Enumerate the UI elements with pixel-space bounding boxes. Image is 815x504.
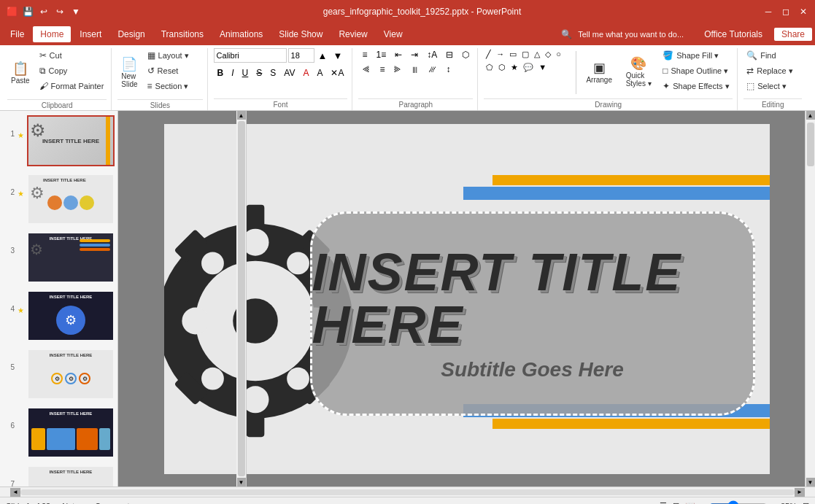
- scroll-bottom-button[interactable]: ▼: [806, 478, 815, 486]
- shape-effects-button[interactable]: ✦ Shape Effects ▾: [660, 79, 733, 93]
- bottom-scroll-track[interactable]: [20, 489, 795, 495]
- zoom-level-label[interactable]: 85%: [781, 502, 797, 505]
- slide-thumb-6[interactable]: 6 ★ INSERT TITLE HERE: [3, 406, 115, 460]
- align-text-button[interactable]: ⊟: [442, 48, 457, 61]
- close-icon[interactable]: ✕: [797, 6, 809, 18]
- bottom-scroll[interactable]: ◄ ►: [0, 486, 815, 497]
- reading-view-icon[interactable]: 📖: [685, 501, 695, 504]
- clear-format-button[interactable]: ✕A: [327, 66, 347, 80]
- shape-arrow[interactable]: →: [494, 48, 506, 61]
- font-color-button[interactable]: A: [299, 66, 312, 80]
- save-icon[interactable]: 💾: [22, 6, 34, 18]
- scroll-thumb[interactable]: [807, 123, 814, 166]
- quick-styles-button[interactable]: 🎨 QuickStyles ▾: [620, 48, 657, 96]
- tell-me-search[interactable]: Tell me what you want to do...: [578, 30, 684, 39]
- shape-fill-button[interactable]: 🪣 Shape Fill ▾: [660, 48, 733, 63]
- slide-thumb-7[interactable]: 7 ★ INSERT TITLE HERE: [3, 464, 115, 486]
- undo-icon[interactable]: ↩: [38, 6, 50, 18]
- format-painter-button[interactable]: 🖌 Format Painter: [36, 79, 107, 93]
- outline-view-icon[interactable]: ☰: [660, 501, 667, 504]
- menu-insert[interactable]: Insert: [72, 26, 109, 42]
- section-button[interactable]: ≡ Section ▾: [144, 79, 203, 93]
- layout-button[interactable]: ▦ Layout ▾: [144, 48, 203, 63]
- cut-button[interactable]: ✂ Cut: [36, 48, 107, 63]
- slide-sorter-icon[interactable]: ⊞: [673, 501, 679, 504]
- menu-animations[interactable]: Animations: [212, 26, 270, 42]
- strikethrough-button[interactable]: S: [252, 66, 266, 80]
- zoom-range-input[interactable]: [709, 500, 768, 505]
- shadow-button[interactable]: S: [266, 66, 279, 80]
- slide-thumb-3[interactable]: 3 ★ INSERT TITLE HERE ⚙: [3, 230, 115, 284]
- menu-slideshow[interactable]: Slide Show: [271, 26, 330, 42]
- notes-button[interactable]: Notes: [62, 502, 83, 505]
- menu-view[interactable]: View: [376, 26, 410, 42]
- shape-rounded-rect[interactable]: ▢: [519, 48, 531, 61]
- italic-button[interactable]: I: [228, 66, 237, 80]
- select-button[interactable]: ⬚ Select ▾: [743, 79, 802, 93]
- shape-outline-button[interactable]: □ Shape Outline ▾: [660, 63, 733, 78]
- slide-thumb-4[interactable]: 4 ★ INSERT TITLE HERE ⚙: [3, 289, 115, 343]
- center-button[interactable]: ≡: [376, 63, 388, 76]
- menu-design[interactable]: Design: [110, 26, 152, 42]
- scroll-up-button[interactable]: ▲: [237, 111, 246, 120]
- comments-button[interactable]: Comments: [95, 502, 134, 505]
- slide-image-6[interactable]: INSERT TITLE HERE: [27, 407, 115, 458]
- scroll-top-button[interactable]: ▲: [806, 111, 815, 120]
- shape-star[interactable]: ★: [509, 61, 520, 74]
- justify-button[interactable]: ⫼: [407, 63, 423, 76]
- font-name-input[interactable]: [214, 48, 287, 63]
- underline-button[interactable]: U: [239, 66, 252, 80]
- numbering-button[interactable]: 1≡: [372, 48, 390, 61]
- align-left-button[interactable]: ⫷: [358, 63, 374, 76]
- text-direction-button[interactable]: ↕A: [423, 48, 441, 61]
- menu-review[interactable]: Review: [331, 26, 374, 42]
- replace-button[interactable]: ⇄ Replace ▾: [743, 63, 802, 78]
- customize-icon[interactable]: ▼: [70, 6, 82, 18]
- office-tutorials-link[interactable]: Office Tutorials: [704, 29, 762, 39]
- menu-home[interactable]: Home: [33, 26, 71, 42]
- zoom-in-icon[interactable]: +: [770, 502, 775, 505]
- smartart-button[interactable]: ⬡: [458, 48, 473, 61]
- font-decrease-button[interactable]: ▼: [331, 50, 344, 62]
- slide-thumb-1[interactable]: 1 ★ ⚙ INSERT TITLE HERE: [3, 114, 115, 168]
- slide-image-7[interactable]: INSERT TITLE HERE: [27, 465, 115, 486]
- zoom-out-icon[interactable]: −: [701, 502, 706, 505]
- line-spacing-button[interactable]: ↕: [442, 63, 454, 76]
- canvas-area[interactable]: ▲ ▼: [118, 111, 815, 486]
- redo-icon[interactable]: ↪: [54, 6, 66, 18]
- scroll-down-button[interactable]: ▼: [237, 478, 246, 486]
- shape-pentagon[interactable]: ⬠: [484, 61, 495, 74]
- shape-rect[interactable]: ▭: [507, 48, 519, 61]
- menu-transitions[interactable]: Transitions: [154, 26, 211, 42]
- columns-button[interactable]: ⫻: [425, 63, 441, 76]
- new-slide-button[interactable]: 📄 NewSlide: [117, 48, 141, 98]
- bullets-button[interactable]: ≡: [358, 48, 371, 61]
- indent-less-button[interactable]: ⇤: [391, 48, 406, 61]
- restore-icon[interactable]: ◻: [780, 6, 792, 18]
- vertical-scrollbar-right[interactable]: ▲ ▼: [805, 111, 815, 486]
- minimize-icon[interactable]: ─: [762, 6, 774, 18]
- scroll-left-button[interactable]: ◄: [10, 488, 20, 497]
- shape-more[interactable]: ▼: [536, 61, 549, 74]
- title-box[interactable]: INSERT TITLE HERE Subtitle Goes Here: [310, 212, 755, 416]
- slide-image-1[interactable]: ⚙ INSERT TITLE HERE: [27, 115, 115, 166]
- indent-more-button[interactable]: ⇥: [407, 48, 422, 61]
- slide-image-5[interactable]: INSERT TITLE HERE ⚙ ⚙ ⚙: [27, 349, 115, 400]
- bold-button[interactable]: B: [214, 66, 228, 80]
- font-size-input[interactable]: [288, 48, 314, 63]
- slide-image-3[interactable]: INSERT TITLE HERE ⚙: [27, 232, 115, 283]
- scroll-right-button[interactable]: ►: [795, 488, 805, 497]
- char-spacing-button[interactable]: AV: [280, 66, 298, 80]
- paste-button[interactable]: 📋 Paste: [7, 48, 34, 98]
- shape-callout[interactable]: 💬: [521, 61, 536, 74]
- slide-thumb-5[interactable]: 5 ★ INSERT TITLE HERE ⚙ ⚙ ⚙: [3, 347, 115, 401]
- slide-canvas[interactable]: INSERT TITLE HERE Subtitle Goes Here: [164, 124, 770, 474]
- zoom-slider[interactable]: − +: [701, 500, 775, 505]
- slide-image-2[interactable]: INSERT TITLE HERE ⚙: [27, 174, 115, 225]
- align-right-button[interactable]: ⫸: [390, 63, 406, 76]
- shape-oval[interactable]: ○: [554, 48, 563, 61]
- scroll-thumb-vertical[interactable]: [238, 121, 245, 476]
- reset-button[interactable]: ↺ Reset: [144, 63, 203, 78]
- shape-triangle[interactable]: △: [532, 48, 542, 61]
- slide-thumb-2[interactable]: 2 ★ INSERT TITLE HERE ⚙: [3, 172, 115, 226]
